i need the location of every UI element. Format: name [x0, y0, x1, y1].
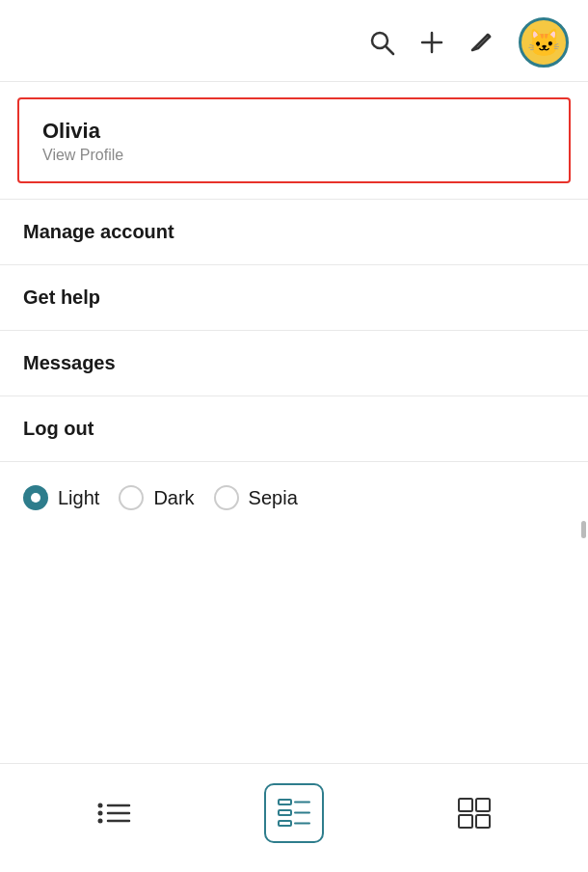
radio-light-inner: [31, 493, 40, 503]
theme-label-sepia: Sepia: [249, 487, 298, 509]
svg-line-4: [488, 35, 490, 37]
theme-option-dark[interactable]: Dark: [119, 485, 194, 510]
menu-section: Manage account Get help Messages: [0, 199, 588, 395]
avatar-emoji: 🐱: [527, 27, 561, 59]
theme-selector: Light Dark Sepia: [0, 461, 588, 533]
scrollbar[interactable]: [581, 521, 586, 538]
svg-point-0: [372, 33, 388, 48]
radio-dark[interactable]: [119, 485, 144, 510]
svg-point-9: [97, 811, 102, 816]
svg-rect-13: [279, 810, 291, 815]
avatar[interactable]: 🐱: [519, 17, 569, 68]
view-profile-link[interactable]: View Profile: [42, 147, 546, 164]
grid-view-icon: [457, 797, 492, 830]
theme-option-sepia[interactable]: Sepia: [214, 485, 298, 510]
radio-light[interactable]: [23, 485, 48, 510]
radio-sepia[interactable]: [214, 485, 239, 510]
search-icon[interactable]: [368, 29, 395, 56]
profile-section[interactable]: Olivia View Profile: [17, 97, 571, 183]
theme-option-light[interactable]: Light: [23, 485, 99, 510]
list-view-button[interactable]: [84, 783, 144, 843]
svg-point-8: [97, 804, 102, 808]
theme-label-light: Light: [58, 487, 99, 509]
detail-list-view-icon: [277, 797, 311, 830]
detail-list-view-button[interactable]: [264, 783, 324, 843]
menu-item-manage-account[interactable]: Manage account: [0, 200, 588, 264]
svg-rect-15: [279, 821, 291, 826]
theme-label-dark: Dark: [153, 487, 194, 509]
add-icon[interactable]: [418, 29, 445, 56]
edit-icon[interactable]: [468, 29, 495, 56]
grid-view-button[interactable]: [444, 783, 504, 843]
svg-rect-19: [459, 815, 472, 828]
svg-rect-20: [476, 815, 490, 828]
svg-line-1: [387, 47, 394, 55]
list-view-icon: [96, 799, 131, 828]
svg-rect-18: [476, 799, 490, 811]
logout-button[interactable]: Log out: [0, 396, 588, 461]
view-toggle-section: [0, 763, 588, 862]
header: 🐱: [0, 0, 588, 82]
svg-rect-11: [279, 800, 291, 804]
svg-rect-17: [459, 799, 472, 811]
profile-name: Olivia: [42, 119, 546, 144]
menu-item-get-help[interactable]: Get help: [0, 265, 588, 330]
menu-item-messages[interactable]: Messages: [0, 331, 588, 395]
svg-point-10: [97, 819, 102, 824]
